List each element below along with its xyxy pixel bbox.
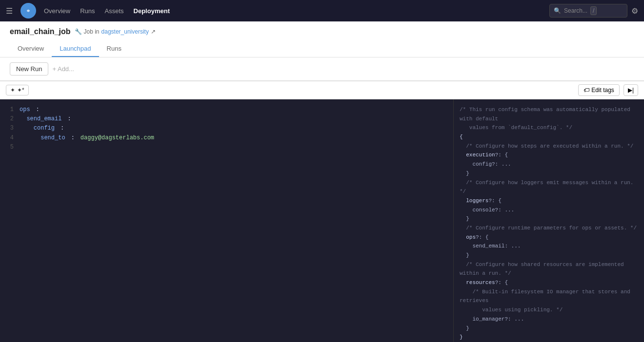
sub-header: email_chain_job 🔧 Job in dagster_univers…	[0, 21, 644, 57]
toolbar: New Run + Add...	[0, 57, 644, 81]
editor-selector[interactable]: ✦ ✦*	[6, 85, 29, 95]
nav-deployment[interactable]: Deployment	[134, 5, 170, 17]
code-key-1: ops	[20, 105, 30, 114]
code-line-1: 1 ops:	[6, 105, 447, 114]
search-bar[interactable]: 🔍 Search... /	[549, 4, 627, 18]
add-button[interactable]: + Add...	[52, 65, 74, 73]
schema-loggers-close: }	[460, 214, 638, 224]
schema-resources-io-comment2: values using pickling. */	[460, 305, 638, 315]
line-num-5: 5	[6, 143, 14, 152]
code-value-4: daggy@dagsterlabs.com	[80, 133, 154, 143]
code-key-3: config	[20, 124, 55, 133]
schema-ops-close: }	[460, 251, 638, 260]
schema-comment-1: /* This run config schema was automatica…	[460, 105, 638, 123]
search-icon: 🔍	[554, 7, 561, 14]
schema-exec-config: config?: ...	[460, 160, 638, 169]
nav-overview[interactable]: Overview	[44, 5, 70, 17]
schema-loggers-key: loggers?: {	[460, 196, 638, 206]
nav-runs[interactable]: Runs	[80, 5, 95, 17]
tab-runs[interactable]: Runs	[99, 41, 129, 57]
search-shortcut: /	[590, 6, 597, 15]
schema-resources-io-comment: /* Built-in filesystem IO manager that s…	[460, 287, 638, 305]
schema-comment-2: values from `default_config`. */	[460, 123, 638, 133]
line-num-3: 3	[6, 124, 14, 133]
new-run-button[interactable]: New Run	[10, 62, 48, 76]
edit-tags-button[interactable]: 🏷 Edit tags	[578, 84, 620, 96]
job-meta: 🔧 Job in dagster_university ↗	[75, 28, 156, 35]
code-line-5: 5	[6, 143, 447, 152]
code-key-2: send_email	[20, 114, 61, 124]
logo	[20, 3, 36, 19]
job-repo-link[interactable]: dagster_university	[101, 28, 149, 35]
schema-io-manager: io_manager?: ...	[460, 315, 638, 324]
hamburger-icon[interactable]: ☰	[6, 6, 13, 16]
job-title-row: email_chain_job 🔧 Job in dagster_univers…	[10, 27, 634, 36]
line-num-4: 4	[6, 133, 14, 143]
selector-label: ✦*	[17, 87, 24, 94]
nav-right: 🔍 Search... / ⚙	[549, 4, 638, 18]
edit-tags-label: Edit tags	[591, 87, 614, 94]
schema-brace-open: {	[460, 133, 638, 142]
external-link-icon: ↗	[151, 28, 156, 35]
tab-overview[interactable]: Overview	[10, 41, 52, 57]
code-line-4: 4 send_to: daggy@dagsterlabs.com	[6, 133, 447, 143]
line-num-1: 1	[6, 105, 14, 114]
job-icon: 🔧	[75, 28, 82, 35]
editor-actions: 🏷 Edit tags ▶|	[578, 84, 638, 96]
schema-resources-comment: /* Configure how shared resources are im…	[460, 260, 638, 278]
schema-ops-comment: /* Configure runtime parameters for ops …	[460, 224, 638, 233]
code-line-2: 2 send_email:	[6, 114, 447, 124]
top-nav: ☰ Overview Runs Assets Deployment 🔍 Sear…	[0, 0, 644, 21]
code-line-3: 3 config:	[6, 124, 447, 133]
code-content[interactable]: 1 ops: 2 send_email: 3 config: 4 send_to…	[0, 99, 453, 342]
schema-exec-key: execution?: {	[460, 151, 638, 160]
job-title: email_chain_job	[10, 27, 71, 36]
editor-area: 1 ops: 2 send_email: 3 config: 4 send_to…	[0, 99, 644, 342]
schema-resources-key: resources?: {	[460, 278, 638, 287]
schema-ops-send: send_email: ...	[460, 242, 638, 251]
nav-links: Overview Runs Assets Deployment	[44, 5, 170, 17]
search-placeholder: Search...	[564, 7, 587, 14]
schema-ops-key: ops?: {	[460, 233, 638, 242]
schema-exec-close: }	[460, 169, 638, 178]
line-num-2: 2	[6, 114, 14, 124]
schema-loggers-comment: /* Configure how loggers emit messages w…	[460, 178, 638, 196]
schema-panel: /* This run config schema was automatica…	[454, 99, 644, 342]
job-meta-text: Job in	[84, 28, 100, 35]
schema-loggers-console: console?: ...	[460, 206, 638, 215]
nav-assets[interactable]: Assets	[105, 5, 124, 17]
tabs: Overview Launchpad Runs	[10, 41, 634, 57]
editor-toolbar: ✦ ✦* 🏷 Edit tags ▶|	[0, 81, 644, 99]
schema-resources-close: }	[460, 324, 638, 333]
yaml-editor[interactable]: 1 ops: 2 send_email: 3 config: 4 send_to…	[0, 99, 454, 342]
schema-brace-close: }	[460, 333, 638, 342]
code-key-4: send_to	[20, 133, 65, 143]
schema-exec-comment: /* Configure how steps are executed with…	[460, 142, 638, 151]
tag-icon: 🏷	[584, 87, 589, 94]
tab-launchpad[interactable]: Launchpad	[52, 41, 99, 57]
scaffold-button[interactable]: ▶|	[624, 84, 638, 96]
settings-icon[interactable]: ⚙	[631, 6, 638, 16]
selector-icon: ✦	[10, 87, 15, 94]
